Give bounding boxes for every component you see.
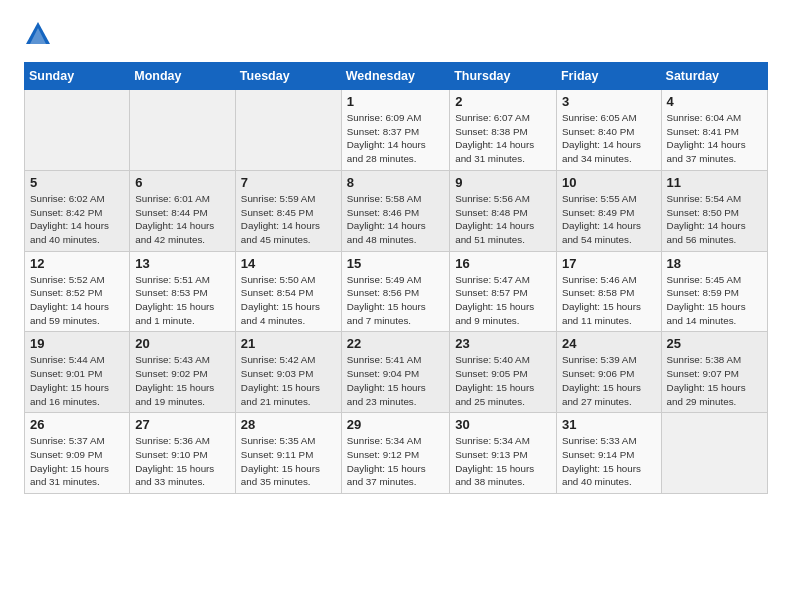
- day-header-wednesday: Wednesday: [341, 63, 449, 90]
- day-info: Sunrise: 5:42 AM Sunset: 9:03 PM Dayligh…: [241, 353, 336, 408]
- day-info: Sunrise: 6:01 AM Sunset: 8:44 PM Dayligh…: [135, 192, 230, 247]
- day-number: 19: [30, 336, 124, 351]
- calendar-cell: 17Sunrise: 5:46 AM Sunset: 8:58 PM Dayli…: [556, 251, 661, 332]
- calendar-cell: 9Sunrise: 5:56 AM Sunset: 8:48 PM Daylig…: [450, 170, 557, 251]
- day-number: 5: [30, 175, 124, 190]
- calendar-cell: 23Sunrise: 5:40 AM Sunset: 9:05 PM Dayli…: [450, 332, 557, 413]
- calendar-cell: 2Sunrise: 6:07 AM Sunset: 8:38 PM Daylig…: [450, 90, 557, 171]
- calendar-cell: 25Sunrise: 5:38 AM Sunset: 9:07 PM Dayli…: [661, 332, 767, 413]
- day-info: Sunrise: 5:45 AM Sunset: 8:59 PM Dayligh…: [667, 273, 762, 328]
- week-row-4: 19Sunrise: 5:44 AM Sunset: 9:01 PM Dayli…: [25, 332, 768, 413]
- day-number: 26: [30, 417, 124, 432]
- day-header-tuesday: Tuesday: [235, 63, 341, 90]
- calendar-cell: 30Sunrise: 5:34 AM Sunset: 9:13 PM Dayli…: [450, 413, 557, 494]
- calendar-cell: [235, 90, 341, 171]
- calendar-cell: 26Sunrise: 5:37 AM Sunset: 9:09 PM Dayli…: [25, 413, 130, 494]
- day-info: Sunrise: 5:33 AM Sunset: 9:14 PM Dayligh…: [562, 434, 656, 489]
- day-info: Sunrise: 6:09 AM Sunset: 8:37 PM Dayligh…: [347, 111, 444, 166]
- calendar-cell: 6Sunrise: 6:01 AM Sunset: 8:44 PM Daylig…: [130, 170, 236, 251]
- calendar-cell: 29Sunrise: 5:34 AM Sunset: 9:12 PM Dayli…: [341, 413, 449, 494]
- logo: [24, 20, 56, 48]
- calendar-cell: 7Sunrise: 5:59 AM Sunset: 8:45 PM Daylig…: [235, 170, 341, 251]
- day-number: 1: [347, 94, 444, 109]
- day-info: Sunrise: 6:05 AM Sunset: 8:40 PM Dayligh…: [562, 111, 656, 166]
- calendar-cell: 1Sunrise: 6:09 AM Sunset: 8:37 PM Daylig…: [341, 90, 449, 171]
- day-info: Sunrise: 5:49 AM Sunset: 8:56 PM Dayligh…: [347, 273, 444, 328]
- week-row-2: 5Sunrise: 6:02 AM Sunset: 8:42 PM Daylig…: [25, 170, 768, 251]
- day-info: Sunrise: 5:51 AM Sunset: 8:53 PM Dayligh…: [135, 273, 230, 328]
- calendar-cell: 22Sunrise: 5:41 AM Sunset: 9:04 PM Dayli…: [341, 332, 449, 413]
- calendar-cell: 19Sunrise: 5:44 AM Sunset: 9:01 PM Dayli…: [25, 332, 130, 413]
- day-info: Sunrise: 5:34 AM Sunset: 9:13 PM Dayligh…: [455, 434, 551, 489]
- day-number: 20: [135, 336, 230, 351]
- day-info: Sunrise: 5:55 AM Sunset: 8:49 PM Dayligh…: [562, 192, 656, 247]
- day-number: 28: [241, 417, 336, 432]
- day-number: 6: [135, 175, 230, 190]
- day-info: Sunrise: 6:02 AM Sunset: 8:42 PM Dayligh…: [30, 192, 124, 247]
- day-header-monday: Monday: [130, 63, 236, 90]
- day-number: 14: [241, 256, 336, 271]
- calendar-cell: [25, 90, 130, 171]
- calendar-cell: 31Sunrise: 5:33 AM Sunset: 9:14 PM Dayli…: [556, 413, 661, 494]
- day-number: 17: [562, 256, 656, 271]
- day-number: 16: [455, 256, 551, 271]
- day-number: 31: [562, 417, 656, 432]
- day-info: Sunrise: 5:35 AM Sunset: 9:11 PM Dayligh…: [241, 434, 336, 489]
- day-info: Sunrise: 5:58 AM Sunset: 8:46 PM Dayligh…: [347, 192, 444, 247]
- calendar-cell: 21Sunrise: 5:42 AM Sunset: 9:03 PM Dayli…: [235, 332, 341, 413]
- day-number: 22: [347, 336, 444, 351]
- day-header-friday: Friday: [556, 63, 661, 90]
- calendar-cell: 15Sunrise: 5:49 AM Sunset: 8:56 PM Dayli…: [341, 251, 449, 332]
- day-number: 15: [347, 256, 444, 271]
- week-row-3: 12Sunrise: 5:52 AM Sunset: 8:52 PM Dayli…: [25, 251, 768, 332]
- calendar-cell: 14Sunrise: 5:50 AM Sunset: 8:54 PM Dayli…: [235, 251, 341, 332]
- calendar-cell: 24Sunrise: 5:39 AM Sunset: 9:06 PM Dayli…: [556, 332, 661, 413]
- day-info: Sunrise: 5:56 AM Sunset: 8:48 PM Dayligh…: [455, 192, 551, 247]
- day-number: 8: [347, 175, 444, 190]
- day-number: 3: [562, 94, 656, 109]
- day-info: Sunrise: 6:04 AM Sunset: 8:41 PM Dayligh…: [667, 111, 762, 166]
- calendar-cell: 20Sunrise: 5:43 AM Sunset: 9:02 PM Dayli…: [130, 332, 236, 413]
- day-number: 2: [455, 94, 551, 109]
- day-number: 21: [241, 336, 336, 351]
- day-header-saturday: Saturday: [661, 63, 767, 90]
- header: [24, 20, 768, 48]
- logo-icon: [24, 20, 52, 48]
- day-info: Sunrise: 5:39 AM Sunset: 9:06 PM Dayligh…: [562, 353, 656, 408]
- day-info: Sunrise: 5:50 AM Sunset: 8:54 PM Dayligh…: [241, 273, 336, 328]
- day-info: Sunrise: 5:52 AM Sunset: 8:52 PM Dayligh…: [30, 273, 124, 328]
- day-number: 10: [562, 175, 656, 190]
- day-info: Sunrise: 5:40 AM Sunset: 9:05 PM Dayligh…: [455, 353, 551, 408]
- calendar-cell: 8Sunrise: 5:58 AM Sunset: 8:46 PM Daylig…: [341, 170, 449, 251]
- day-header-thursday: Thursday: [450, 63, 557, 90]
- calendar-cell: 4Sunrise: 6:04 AM Sunset: 8:41 PM Daylig…: [661, 90, 767, 171]
- week-row-1: 1Sunrise: 6:09 AM Sunset: 8:37 PM Daylig…: [25, 90, 768, 171]
- day-number: 24: [562, 336, 656, 351]
- day-number: 9: [455, 175, 551, 190]
- calendar-cell: [130, 90, 236, 171]
- page: SundayMondayTuesdayWednesdayThursdayFrid…: [0, 0, 792, 514]
- calendar-cell: 11Sunrise: 5:54 AM Sunset: 8:50 PM Dayli…: [661, 170, 767, 251]
- day-number: 12: [30, 256, 124, 271]
- day-number: 29: [347, 417, 444, 432]
- day-info: Sunrise: 5:34 AM Sunset: 9:12 PM Dayligh…: [347, 434, 444, 489]
- day-number: 7: [241, 175, 336, 190]
- calendar-cell: [661, 413, 767, 494]
- day-info: Sunrise: 5:37 AM Sunset: 9:09 PM Dayligh…: [30, 434, 124, 489]
- day-info: Sunrise: 5:54 AM Sunset: 8:50 PM Dayligh…: [667, 192, 762, 247]
- calendar-table: SundayMondayTuesdayWednesdayThursdayFrid…: [24, 62, 768, 494]
- day-info: Sunrise: 5:41 AM Sunset: 9:04 PM Dayligh…: [347, 353, 444, 408]
- day-info: Sunrise: 5:36 AM Sunset: 9:10 PM Dayligh…: [135, 434, 230, 489]
- day-number: 30: [455, 417, 551, 432]
- day-info: Sunrise: 5:47 AM Sunset: 8:57 PM Dayligh…: [455, 273, 551, 328]
- day-number: 27: [135, 417, 230, 432]
- calendar-cell: 16Sunrise: 5:47 AM Sunset: 8:57 PM Dayli…: [450, 251, 557, 332]
- day-info: Sunrise: 5:59 AM Sunset: 8:45 PM Dayligh…: [241, 192, 336, 247]
- header-row: SundayMondayTuesdayWednesdayThursdayFrid…: [25, 63, 768, 90]
- calendar-cell: 13Sunrise: 5:51 AM Sunset: 8:53 PM Dayli…: [130, 251, 236, 332]
- day-number: 25: [667, 336, 762, 351]
- calendar-cell: 28Sunrise: 5:35 AM Sunset: 9:11 PM Dayli…: [235, 413, 341, 494]
- day-number: 11: [667, 175, 762, 190]
- day-info: Sunrise: 5:43 AM Sunset: 9:02 PM Dayligh…: [135, 353, 230, 408]
- calendar-cell: 10Sunrise: 5:55 AM Sunset: 8:49 PM Dayli…: [556, 170, 661, 251]
